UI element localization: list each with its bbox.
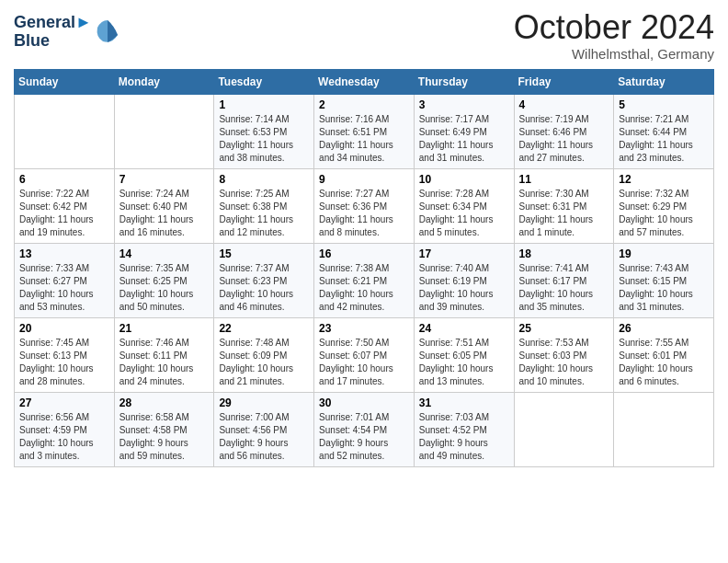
weekday-header-wednesday: Wednesday — [314, 69, 415, 94]
day-number: 4 — [519, 98, 609, 111]
day-info: Sunrise: 7:43 AM Sunset: 6:15 PM Dayligh… — [619, 262, 709, 314]
calendar-day-cell: 7Sunrise: 7:24 AM Sunset: 6:40 PM Daylig… — [114, 168, 214, 243]
day-number: 7 — [119, 173, 210, 186]
day-number: 8 — [219, 173, 309, 186]
logo-icon — [94, 18, 121, 46]
calendar-day-cell: 28Sunrise: 6:58 AM Sunset: 4:58 PM Dayli… — [114, 392, 214, 466]
calendar-day-cell: 9Sunrise: 7:27 AM Sunset: 6:36 PM Daylig… — [314, 168, 415, 243]
calendar-week-row: 13Sunrise: 7:33 AM Sunset: 6:27 PM Dayli… — [15, 243, 714, 317]
empty-day-cell — [514, 392, 614, 466]
day-info: Sunrise: 7:55 AM Sunset: 6:01 PM Dayligh… — [619, 337, 709, 388]
day-info: Sunrise: 7:00 AM Sunset: 4:56 PM Dayligh… — [219, 411, 309, 463]
weekday-header-saturday: Saturday — [614, 69, 714, 94]
day-info: Sunrise: 7:51 AM Sunset: 6:05 PM Dayligh… — [419, 337, 509, 388]
page-header: General►Blue October 2024 Wilhelmsthal, … — [14, 9, 714, 62]
calendar-day-cell: 12Sunrise: 7:32 AM Sunset: 6:29 PM Dayli… — [614, 168, 714, 243]
logo: General►Blue — [14, 14, 121, 51]
day-info: Sunrise: 7:24 AM Sunset: 6:40 PM Dayligh… — [119, 188, 210, 239]
day-info: Sunrise: 7:53 AM Sunset: 6:03 PM Dayligh… — [519, 337, 609, 388]
weekday-header-sunday: Sunday — [15, 69, 115, 94]
day-number: 12 — [619, 173, 709, 186]
logo-text: General►Blue — [14, 14, 92, 51]
day-info: Sunrise: 7:50 AM Sunset: 6:07 PM Dayligh… — [319, 337, 409, 388]
day-info: Sunrise: 7:35 AM Sunset: 6:25 PM Dayligh… — [119, 262, 210, 314]
calendar-day-cell: 19Sunrise: 7:43 AM Sunset: 6:15 PM Dayli… — [614, 243, 714, 317]
calendar-day-cell: 26Sunrise: 7:55 AM Sunset: 6:01 PM Dayli… — [614, 317, 714, 392]
day-number: 5 — [619, 98, 709, 111]
day-number: 11 — [519, 173, 609, 186]
day-info: Sunrise: 7:27 AM Sunset: 6:36 PM Dayligh… — [319, 188, 409, 239]
weekday-header-row: SundayMondayTuesdayWednesdayThursdayFrid… — [15, 69, 714, 94]
day-info: Sunrise: 7:01 AM Sunset: 4:54 PM Dayligh… — [319, 411, 409, 463]
day-info: Sunrise: 7:30 AM Sunset: 6:31 PM Dayligh… — [519, 188, 609, 239]
calendar-day-cell: 17Sunrise: 7:40 AM Sunset: 6:19 PM Dayli… — [414, 243, 514, 317]
calendar-day-cell: 2Sunrise: 7:16 AM Sunset: 6:51 PM Daylig… — [314, 94, 415, 168]
calendar-day-cell: 14Sunrise: 7:35 AM Sunset: 6:25 PM Dayli… — [114, 243, 214, 317]
day-number: 14 — [119, 247, 210, 260]
calendar-day-cell: 31Sunrise: 7:03 AM Sunset: 4:52 PM Dayli… — [414, 392, 514, 466]
calendar-day-cell: 6Sunrise: 7:22 AM Sunset: 6:42 PM Daylig… — [15, 168, 115, 243]
day-info: Sunrise: 7:03 AM Sunset: 4:52 PM Dayligh… — [419, 411, 509, 463]
day-number: 27 — [19, 396, 109, 409]
weekday-header-monday: Monday — [114, 69, 214, 94]
day-number: 21 — [119, 322, 210, 335]
day-number: 16 — [319, 247, 409, 260]
calendar-day-cell: 25Sunrise: 7:53 AM Sunset: 6:03 PM Dayli… — [514, 317, 614, 392]
calendar-table: SundayMondayTuesdayWednesdayThursdayFrid… — [14, 69, 714, 467]
day-number: 2 — [319, 98, 409, 111]
day-number: 10 — [419, 173, 509, 186]
day-number: 17 — [419, 247, 509, 260]
day-number: 24 — [419, 322, 509, 335]
day-number: 20 — [19, 322, 109, 335]
calendar-day-cell: 13Sunrise: 7:33 AM Sunset: 6:27 PM Dayli… — [15, 243, 115, 317]
day-number: 31 — [419, 396, 509, 409]
empty-day-cell — [614, 392, 714, 466]
day-info: Sunrise: 6:58 AM Sunset: 4:58 PM Dayligh… — [119, 411, 210, 463]
location: Wilhelmsthal, Germany — [514, 46, 714, 62]
weekday-header-friday: Friday — [514, 69, 614, 94]
day-info: Sunrise: 7:14 AM Sunset: 6:53 PM Dayligh… — [219, 113, 309, 165]
day-number: 29 — [219, 396, 309, 409]
day-number: 3 — [419, 98, 509, 111]
month-title: October 2024 — [514, 9, 714, 46]
day-info: Sunrise: 7:41 AM Sunset: 6:17 PM Dayligh… — [519, 262, 609, 314]
day-info: Sunrise: 7:40 AM Sunset: 6:19 PM Dayligh… — [419, 262, 509, 314]
calendar-day-cell: 23Sunrise: 7:50 AM Sunset: 6:07 PM Dayli… — [314, 317, 415, 392]
calendar-week-row: 27Sunrise: 6:56 AM Sunset: 4:59 PM Dayli… — [15, 392, 714, 466]
day-info: Sunrise: 7:25 AM Sunset: 6:38 PM Dayligh… — [219, 188, 309, 239]
calendar-day-cell: 20Sunrise: 7:45 AM Sunset: 6:13 PM Dayli… — [15, 317, 115, 392]
day-info: Sunrise: 7:19 AM Sunset: 6:46 PM Dayligh… — [519, 113, 609, 165]
day-number: 6 — [19, 173, 109, 186]
calendar-day-cell: 18Sunrise: 7:41 AM Sunset: 6:17 PM Dayli… — [514, 243, 614, 317]
calendar-day-cell: 24Sunrise: 7:51 AM Sunset: 6:05 PM Dayli… — [414, 317, 514, 392]
day-info: Sunrise: 7:21 AM Sunset: 6:44 PM Dayligh… — [619, 113, 709, 165]
day-number: 15 — [219, 247, 309, 260]
empty-day-cell — [114, 94, 214, 168]
day-number: 28 — [119, 396, 210, 409]
day-info: Sunrise: 6:56 AM Sunset: 4:59 PM Dayligh… — [19, 411, 109, 463]
day-info: Sunrise: 7:17 AM Sunset: 6:49 PM Dayligh… — [419, 113, 509, 165]
calendar-day-cell: 1Sunrise: 7:14 AM Sunset: 6:53 PM Daylig… — [214, 94, 314, 168]
day-info: Sunrise: 7:22 AM Sunset: 6:42 PM Dayligh… — [19, 188, 109, 239]
calendar-day-cell: 15Sunrise: 7:37 AM Sunset: 6:23 PM Dayli… — [214, 243, 314, 317]
calendar-day-cell: 21Sunrise: 7:46 AM Sunset: 6:11 PM Dayli… — [114, 317, 214, 392]
day-number: 23 — [319, 322, 409, 335]
calendar-day-cell: 5Sunrise: 7:21 AM Sunset: 6:44 PM Daylig… — [614, 94, 714, 168]
day-number: 13 — [19, 247, 109, 260]
empty-day-cell — [15, 94, 115, 168]
day-info: Sunrise: 7:28 AM Sunset: 6:34 PM Dayligh… — [419, 188, 509, 239]
calendar-day-cell: 8Sunrise: 7:25 AM Sunset: 6:38 PM Daylig… — [214, 168, 314, 243]
calendar-day-cell: 3Sunrise: 7:17 AM Sunset: 6:49 PM Daylig… — [414, 94, 514, 168]
day-number: 19 — [619, 247, 709, 260]
calendar-day-cell: 10Sunrise: 7:28 AM Sunset: 6:34 PM Dayli… — [414, 168, 514, 243]
day-number: 1 — [219, 98, 309, 111]
calendar-week-row: 1Sunrise: 7:14 AM Sunset: 6:53 PM Daylig… — [15, 94, 714, 168]
calendar-day-cell: 4Sunrise: 7:19 AM Sunset: 6:46 PM Daylig… — [514, 94, 614, 168]
day-info: Sunrise: 7:45 AM Sunset: 6:13 PM Dayligh… — [19, 337, 109, 388]
day-number: 25 — [519, 322, 609, 335]
day-info: Sunrise: 7:48 AM Sunset: 6:09 PM Dayligh… — [219, 337, 309, 388]
day-info: Sunrise: 7:16 AM Sunset: 6:51 PM Dayligh… — [319, 113, 409, 165]
calendar-day-cell: 27Sunrise: 6:56 AM Sunset: 4:59 PM Dayli… — [15, 392, 115, 466]
day-info: Sunrise: 7:33 AM Sunset: 6:27 PM Dayligh… — [19, 262, 109, 314]
day-number: 18 — [519, 247, 609, 260]
